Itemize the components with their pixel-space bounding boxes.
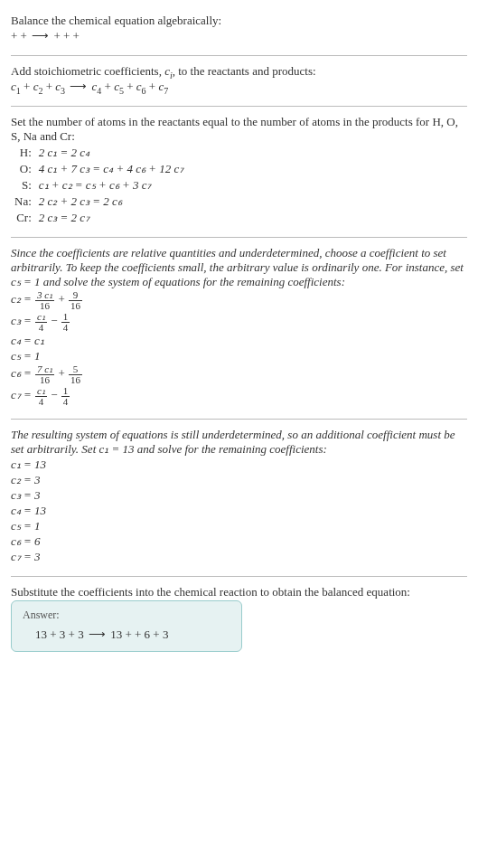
section-solve-second: The resulting system of equations is sti… bbox=[11, 421, 467, 574]
table-row: O: 4 c₁ + 7 c₃ = c₄ + 4 c₆ + 12 c₇ bbox=[11, 161, 187, 177]
plus: + bbox=[58, 292, 68, 306]
text: Add stoichiometric coefficients, bbox=[11, 64, 164, 78]
equation: 2 c₂ + 2 c₃ = 2 c₆ bbox=[39, 194, 122, 208]
solve-intro: Since the coefficients are relative quan… bbox=[11, 246, 467, 289]
section-atom-balance: Set the number of atoms in the reactants… bbox=[11, 108, 467, 235]
atom-balance-intro: Set the number of atoms in the reactants… bbox=[11, 115, 467, 144]
plus: + bbox=[127, 80, 136, 93]
section-balance-intro: Balance the chemical equation algebraica… bbox=[11, 7, 467, 53]
equation: 2 c₃ = 2 c₇ bbox=[39, 211, 89, 224]
plus: + bbox=[46, 80, 56, 93]
reaction-arrow: ⟶ bbox=[30, 29, 51, 42]
rhs: 13 + + 6 + 3 bbox=[110, 627, 168, 641]
fraction: c₁ 4 bbox=[35, 386, 47, 407]
reaction-arrow: ⟶ bbox=[87, 627, 108, 641]
coef-value: c₅ = 1 bbox=[11, 519, 467, 533]
c4-sub: 4 bbox=[97, 86, 101, 96]
minus: − bbox=[51, 388, 61, 401]
atom-equations-table: H: 2 c₁ = 2 c₄ O: 4 c₁ + 7 c₃ = c₄ + 4 c… bbox=[11, 145, 187, 226]
answer-label: Answer: bbox=[23, 609, 230, 622]
c6-sub: 6 bbox=[142, 86, 146, 96]
coef-value: c₄ = 13 bbox=[11, 504, 467, 518]
eq-c4: c₄ = c₁ bbox=[11, 334, 467, 348]
page: Balance the chemical equation algebraica… bbox=[0, 0, 478, 668]
lhs: c₂ = bbox=[11, 292, 34, 306]
answer-box: Answer: 13 + 3 + 3 ⟶ 13 + + 6 + 3 bbox=[11, 600, 242, 652]
substitute-intro: Substitute the coefficients into the che… bbox=[11, 585, 467, 599]
eq-c5: c₅ = 1 bbox=[11, 349, 467, 363]
table-row: S: c₁ + c₂ = c₅ + c₆ + 3 c₇ bbox=[11, 177, 187, 193]
lhs-placeholders: + + bbox=[11, 29, 30, 42]
c2-sub: 2 bbox=[38, 86, 42, 96]
coef-value: c₃ = 3 bbox=[11, 488, 467, 503]
coef-value: c₂ = 3 bbox=[11, 473, 467, 487]
plus: + bbox=[58, 366, 68, 380]
coef-value: c₁ = 13 bbox=[11, 458, 467, 472]
fraction: c₁ 4 bbox=[35, 312, 47, 333]
divider bbox=[11, 237, 467, 238]
fraction: 5 16 bbox=[69, 364, 82, 385]
element-label: O: bbox=[11, 161, 35, 177]
section-stoichiometric: Add stoichiometric coefficients, ci, to … bbox=[11, 58, 467, 104]
divider bbox=[11, 55, 467, 56]
divider bbox=[11, 576, 467, 577]
element-label: Cr: bbox=[11, 210, 35, 226]
table-row: Na: 2 c₂ + 2 c₃ = 2 c₆ bbox=[11, 193, 187, 210]
table-row: H: 2 c₁ = 2 c₄ bbox=[11, 145, 187, 161]
plus: + bbox=[23, 80, 33, 93]
stoich-instruction: Add stoichiometric coefficients, ci, to … bbox=[11, 64, 467, 79]
eq-c2: c₂ = 3 c₁ 16 + 9 16 bbox=[11, 290, 467, 311]
lhs: c₃ = bbox=[11, 314, 34, 327]
coef-equation: c1 + c2 + c3 ⟶ c4 + c5 + c6 + c7 bbox=[11, 80, 467, 94]
equation: c₁ + c₂ = c₅ + c₆ + 3 c₇ bbox=[39, 178, 152, 192]
divider bbox=[11, 419, 467, 420]
divider bbox=[11, 106, 467, 107]
fraction: 1 4 bbox=[61, 312, 70, 333]
element-label: H: bbox=[11, 145, 35, 161]
element-label: S: bbox=[11, 177, 35, 193]
solve2-intro: The resulting system of equations is sti… bbox=[11, 428, 467, 457]
equation: 4 c₁ + 7 c₃ = c₄ + 4 c₆ + 12 c₇ bbox=[39, 162, 183, 175]
plus: + bbox=[149, 80, 159, 93]
section-answer: Substitute the coefficients into the che… bbox=[11, 579, 467, 661]
lhs: c₇ = bbox=[11, 388, 34, 401]
coef-value: c₇ = 3 bbox=[11, 550, 467, 564]
table-row: Cr: 2 c₃ = 2 c₇ bbox=[11, 210, 187, 226]
rhs-placeholders: + + + bbox=[53, 29, 80, 42]
c3-sub: 3 bbox=[61, 86, 65, 96]
c5-sub: 5 bbox=[119, 86, 124, 96]
generic-equation: + + ⟶ + + + bbox=[11, 29, 467, 43]
c1-sub: 1 bbox=[16, 86, 21, 96]
fraction: 9 16 bbox=[69, 290, 82, 311]
c7-sub: 7 bbox=[164, 86, 168, 96]
element-label: Na: bbox=[11, 193, 35, 210]
balanced-equation: 13 + 3 + 3 ⟶ 13 + + 6 + 3 bbox=[23, 627, 230, 642]
reaction-arrow: ⟶ bbox=[68, 80, 91, 93]
eq-c7: c₇ = c₁ 4 − 1 4 bbox=[11, 386, 467, 407]
coef-value: c₆ = 6 bbox=[11, 534, 467, 549]
fraction: 7 c₁ 16 bbox=[35, 364, 54, 385]
plus: + bbox=[105, 80, 115, 93]
balance-title: Balance the chemical equation algebraica… bbox=[11, 14, 467, 28]
eq-c3: c₃ = c₁ 4 − 1 4 bbox=[11, 312, 467, 333]
text: , to the reactants and products: bbox=[173, 64, 316, 78]
section-solve-first: Since the coefficients are relative quan… bbox=[11, 240, 467, 417]
fraction: 1 4 bbox=[61, 386, 70, 407]
fraction: 3 c₁ 16 bbox=[35, 290, 54, 311]
equation: 2 c₁ = 2 c₄ bbox=[39, 146, 89, 159]
eq-c6: c₆ = 7 c₁ 16 + 5 16 bbox=[11, 364, 467, 385]
minus: − bbox=[51, 314, 61, 327]
lhs: 13 + 3 + 3 bbox=[35, 627, 87, 641]
lhs: c₆ = bbox=[11, 366, 34, 380]
